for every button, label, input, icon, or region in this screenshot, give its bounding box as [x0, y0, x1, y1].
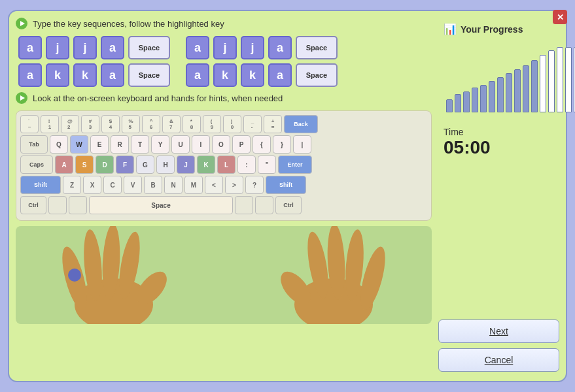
key-space-4: Space	[296, 63, 338, 87]
key-back[interactable]: Back	[284, 115, 318, 133]
key-slash[interactable]: ?	[245, 176, 264, 194]
hands-area	[16, 226, 432, 324]
key-fn2[interactable]	[69, 196, 87, 214]
key-F[interactable]: F	[116, 155, 134, 174]
key-p[interactable]: P	[232, 135, 251, 154]
key-fn1[interactable]	[48, 196, 67, 214]
key-K[interactable]: K	[197, 155, 215, 174]
left-hand-image	[55, 226, 173, 324]
progress-title-text: Your Progress	[461, 24, 523, 35]
close-button[interactable]: ✕	[553, 10, 567, 24]
play-icon-2[interactable]	[16, 92, 27, 104]
key-space-bar[interactable]: Space	[89, 196, 233, 214]
key-4[interactable]: $4	[101, 115, 120, 133]
key-G[interactable]: G	[136, 155, 154, 174]
key-bracket-r[interactable]: }	[273, 135, 291, 154]
left-panel: Type the key sequences, follow the highl…	[16, 18, 432, 374]
key-0[interactable]: )0	[223, 115, 241, 133]
key-period[interactable]: >	[225, 176, 243, 194]
key-Z[interactable]: Z	[63, 176, 81, 194]
progress-section: 📊 Your Progress	[438, 18, 559, 118]
key-B[interactable]: B	[144, 176, 162, 194]
key-2[interactable]: @2	[61, 115, 79, 133]
key-quote[interactable]: "	[258, 155, 276, 174]
key-shift-l[interactable]: Shift	[20, 176, 61, 194]
key-X[interactable]: X	[83, 176, 101, 194]
chart-area	[444, 41, 554, 112]
kbd-row-a: Caps A S D F G H J K L : " Enter	[20, 155, 427, 174]
key-8[interactable]: *8	[183, 115, 201, 133]
instruction-text-1: Type the key sequences, follow the highl…	[33, 19, 224, 29]
key-V[interactable]: V	[124, 176, 142, 194]
cancel-button[interactable]: Cancel	[438, 348, 559, 372]
key-9[interactable]: (9	[203, 115, 221, 133]
key-ctrl-r[interactable]: Ctrl	[275, 196, 302, 214]
key-enter[interactable]: Enter	[278, 155, 312, 174]
key-space-1: Space	[128, 36, 170, 59]
progress-title-row: 📊 Your Progress	[444, 23, 554, 35]
progress-bar	[506, 73, 512, 112]
key-minus[interactable]: _-	[243, 115, 262, 133]
sequences-area: a j j a Space a j j a Space a k k a Spac…	[16, 36, 432, 87]
key-backslash[interactable]: |	[293, 135, 311, 154]
progress-bar	[497, 77, 504, 112]
key-L[interactable]: L	[217, 155, 235, 174]
key-caps[interactable]: Caps	[20, 155, 53, 174]
key-u[interactable]: U	[171, 135, 190, 154]
key-bracket-l[interactable]: {	[253, 135, 271, 154]
instruction-text-2: Look at the on-screen keyboard and hands…	[33, 93, 283, 103]
key-a-6: a	[101, 63, 124, 87]
kbd-row-numbers: `~ !1 @2 #3 $4 %5 ^6 &7 *8 (9 )0 _- += B…	[20, 115, 427, 133]
key-k-3: k	[213, 63, 237, 87]
progress-bar	[540, 55, 546, 112]
key-a-5: a	[18, 63, 42, 87]
seq-row-2: a k k a Space a k k a Space	[18, 63, 429, 87]
key-a-2: a	[101, 36, 124, 59]
key-A[interactable]: A	[55, 155, 73, 174]
progress-bar	[565, 47, 572, 112]
key-J[interactable]: J	[177, 155, 195, 174]
key-tilde[interactable]: `~	[20, 115, 39, 133]
key-o[interactable]: O	[212, 135, 230, 154]
key-space-2: Space	[296, 36, 338, 59]
key-S[interactable]: S	[75, 155, 94, 174]
key-D[interactable]: D	[96, 155, 114, 174]
play-icon-1[interactable]	[16, 18, 27, 29]
key-j-3: j	[213, 36, 237, 59]
key-fn4[interactable]	[255, 196, 273, 214]
key-r[interactable]: R	[111, 135, 129, 154]
key-k-4: k	[241, 63, 264, 87]
key-equals[interactable]: +=	[264, 115, 282, 133]
progress-bar	[523, 65, 529, 112]
key-q[interactable]: Q	[50, 135, 68, 154]
key-y[interactable]: Y	[151, 135, 169, 154]
key-fn3[interactable]	[235, 196, 253, 214]
key-i[interactable]: I	[192, 135, 210, 154]
key-6[interactable]: ^6	[142, 115, 160, 133]
key-shift-r[interactable]: Shift	[266, 176, 306, 194]
key-j-2: j	[73, 36, 97, 59]
key-M[interactable]: M	[184, 176, 203, 194]
instruction-row-1: Type the key sequences, follow the highl…	[16, 18, 432, 29]
progress-bar	[463, 91, 470, 112]
progress-bar	[531, 60, 538, 112]
key-w[interactable]: W	[70, 135, 88, 154]
key-a-4: a	[268, 36, 292, 59]
next-button[interactable]: Next	[438, 319, 559, 343]
key-3[interactable]: #3	[81, 115, 99, 133]
key-ctrl-l[interactable]: Ctrl	[20, 196, 46, 214]
main-window: ✕ Type the key sequences, follow the hig…	[8, 10, 567, 382]
key-t[interactable]: T	[131, 135, 149, 154]
key-5[interactable]: %5	[122, 115, 140, 133]
key-C[interactable]: C	[103, 176, 122, 194]
key-N[interactable]: N	[164, 176, 183, 194]
key-e[interactable]: E	[90, 135, 109, 154]
key-tab[interactable]: Tab	[20, 135, 48, 154]
key-1[interactable]: !1	[41, 115, 59, 133]
right-panel: 📊 Your Progress Time 05:00 Next Cancel	[438, 18, 559, 374]
key-H[interactable]: H	[156, 155, 175, 174]
key-semicolon[interactable]: :	[237, 155, 256, 174]
key-7[interactable]: &7	[162, 115, 181, 133]
key-comma[interactable]: <	[205, 176, 223, 194]
key-k-2: k	[73, 63, 97, 87]
